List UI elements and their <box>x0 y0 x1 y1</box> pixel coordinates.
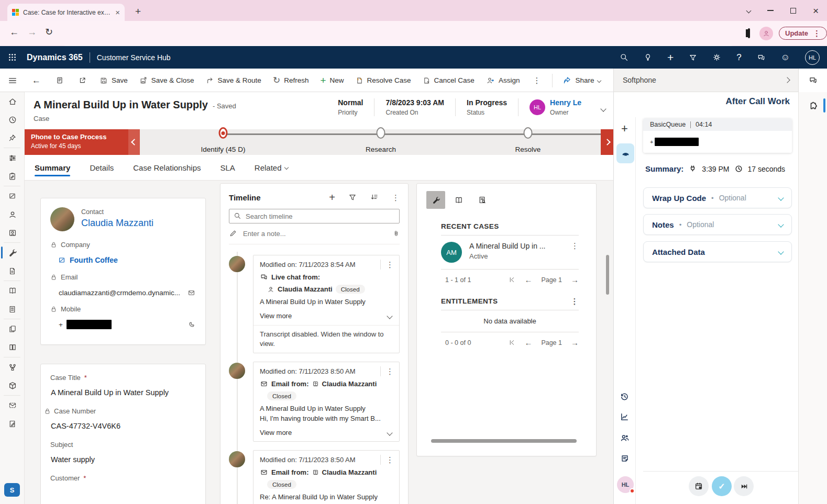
entry-person[interactable]: Claudia Mazzanti <box>322 468 377 476</box>
tab-details[interactable]: Details <box>90 155 114 181</box>
contacts-icon[interactable] <box>614 428 635 447</box>
recent-case-more-icon[interactable]: ⋮ <box>571 242 579 263</box>
subject-field-value[interactable]: Water supply <box>51 455 196 464</box>
schedule-followup-button[interactable] <box>689 476 709 496</box>
sidebar-item-knowledge-search[interactable] <box>0 300 25 318</box>
sidebar-item-knowledge-articles[interactable] <box>0 282 25 300</box>
tab-case-relationships[interactable]: Case Relationships <box>133 155 201 181</box>
timeline-note-row[interactable] <box>229 229 400 244</box>
help-icon[interactable]: ? <box>736 52 741 63</box>
call-history-icon[interactable] <box>614 387 635 406</box>
prev-page-icon[interactable]: ← <box>524 275 532 284</box>
bpf-scroll-left[interactable] <box>128 129 140 155</box>
recent-case-title[interactable]: A Mineral Build Up in ... <box>469 242 564 250</box>
owner-value[interactable]: Henry Le <box>550 98 581 107</box>
entry-more-icon[interactable]: ⋮ <box>380 260 399 270</box>
collapse-panel-chevron-icon[interactable] <box>784 77 790 83</box>
bpf-scroll-right[interactable] <box>601 129 613 155</box>
case-title-field-value[interactable]: A Mineral Build Up in Water Supply <box>51 388 196 397</box>
bpf-stage-research-label[interactable]: Research <box>336 145 425 153</box>
entitlements-more-icon[interactable]: ⋮ <box>571 297 579 305</box>
skip-acw-button[interactable] <box>734 476 754 496</box>
vertical-scrollbar-thumb[interactable] <box>606 255 609 295</box>
chat-pane-toggle[interactable] <box>798 69 827 92</box>
timeline-search[interactable] <box>229 209 400 223</box>
contact-name-link[interactable]: Claudia Mazzanti <box>81 218 153 229</box>
sidebar-item-social-profiles[interactable] <box>0 223 25 242</box>
tool-tab-recent-cases[interactable] <box>426 191 445 209</box>
first-page-icon[interactable] <box>509 276 515 283</box>
app-name[interactable]: Customer Service Hub <box>97 53 171 62</box>
sidebar-item-articles[interactable] <box>0 320 25 338</box>
sidebar-item-products[interactable] <box>0 376 25 395</box>
tool-tab-search-articles[interactable] <box>472 191 491 209</box>
bpf-stage-identify-label[interactable]: Identify (45 D) <box>179 145 268 153</box>
timeline-entry-email[interactable]: Modified on: 7/11/2023 8:50 AM ⋮ Email f… <box>229 362 400 442</box>
entry-more-icon[interactable]: ⋮ <box>380 366 399 376</box>
case-number-field-value[interactable]: CAS-47732-V4V6K6 <box>51 422 196 430</box>
softphone-panel-header[interactable]: Softphone <box>613 69 798 92</box>
complete-acw-button[interactable]: ✓ <box>712 476 732 496</box>
quick-create-plus-icon[interactable]: + <box>667 52 674 63</box>
entry-view-more[interactable]: View more <box>253 306 399 320</box>
dynamics-brand[interactable]: Dynamics 365 <box>27 53 83 62</box>
header-expand-chevron-icon[interactable] <box>600 106 606 111</box>
entry-subject[interactable]: Re: A Mineral Build Up in Water Supply <box>253 489 399 501</box>
save-button[interactable]: Save <box>94 69 134 92</box>
timeline-entry-chat[interactable]: Modified on: 7/11/2023 8:54 AM ⋮ Live ch… <box>229 255 400 353</box>
sidebar-item-contacts[interactable] <box>0 205 25 223</box>
tab-summary[interactable]: Summary <box>35 155 70 181</box>
bpf-stage-resolve-dot[interactable] <box>524 127 533 139</box>
tab-related[interactable]: Related <box>255 155 288 181</box>
sidebar-item-recent[interactable] <box>0 110 25 129</box>
prev-page-icon[interactable]: ← <box>524 338 532 347</box>
timeline-filter-icon[interactable] <box>348 193 357 201</box>
first-page-icon[interactable] <box>509 339 515 346</box>
browser-forward-button[interactable]: → <box>27 27 37 37</box>
sidebar-item-email-templates[interactable] <box>0 396 25 415</box>
entry-subject[interactable]: A Mineral Build Up in Water Supply <box>253 294 399 306</box>
bpf-stage-research-dot[interactable] <box>377 127 385 139</box>
session-badge[interactable]: S <box>4 483 20 497</box>
tab-close-icon[interactable]: × <box>115 8 120 16</box>
sidebar-item-home[interactable] <box>0 92 25 110</box>
browser-refresh-button[interactable]: ↻ <box>45 27 53 37</box>
bpf-stage-identify-dot[interactable] <box>219 127 228 139</box>
attached-data-section[interactable]: Attached Data <box>643 241 792 262</box>
header-field-status[interactable]: In Progress Status <box>455 98 518 116</box>
plugin-puzzle-icon[interactable] <box>807 100 819 112</box>
timeline-expand-records-icon[interactable] <box>370 193 379 201</box>
assign-button[interactable]: Assign <box>480 69 526 92</box>
new-tab-button[interactable]: + <box>135 6 141 16</box>
sidebar-item-cases[interactable] <box>0 243 25 262</box>
entry-person[interactable]: Claudia Mazzanti <box>278 285 333 293</box>
entry-subject[interactable]: A Mineral Build Up in Water Supply <box>253 400 399 412</box>
horizontal-scrollbar-thumb[interactable] <box>431 439 577 443</box>
header-field-created-on[interactable]: 7/8/2023 9:03 AM Created On <box>374 98 455 116</box>
browser-profile-avatar[interactable] <box>759 27 773 40</box>
browser-update-button[interactable]: Update ⋮ <box>779 27 827 40</box>
next-page-icon[interactable]: → <box>571 275 579 284</box>
sidebar-item-dashboards[interactable] <box>0 149 25 167</box>
notes-icon[interactable] <box>614 449 635 468</box>
window-maximize-button[interactable] <box>790 8 796 14</box>
company-link[interactable]: Fourth Coffee <box>70 256 118 264</box>
browser-back-button[interactable]: ← <box>9 27 19 37</box>
teams-chat-icon[interactable] <box>757 53 766 62</box>
window-close-button[interactable]: × <box>813 6 819 16</box>
entry-more-icon[interactable]: ⋮ <box>380 455 399 465</box>
resolve-case-button[interactable]: Resolve Case <box>350 69 417 92</box>
save-and-close-button[interactable]: Save & Close <box>134 69 200 92</box>
sidebar-item-accounts[interactable] <box>0 187 25 205</box>
share-button[interactable]: Share <box>557 69 607 92</box>
expand-chevron-icon[interactable] <box>778 195 784 200</box>
expand-chevron-icon[interactable] <box>778 221 784 227</box>
sidebar-item-activities[interactable] <box>0 167 25 185</box>
sidebar-item-pinned[interactable] <box>0 129 25 147</box>
softphone-add-session-icon[interactable]: + <box>614 119 635 138</box>
window-minimize-button[interactable] <box>767 10 774 11</box>
settings-gear-icon[interactable] <box>712 53 721 62</box>
search-icon[interactable] <box>620 53 628 62</box>
entry-view-more[interactable]: View more <box>253 422 399 436</box>
side-panel-icon[interactable] <box>748 28 750 38</box>
